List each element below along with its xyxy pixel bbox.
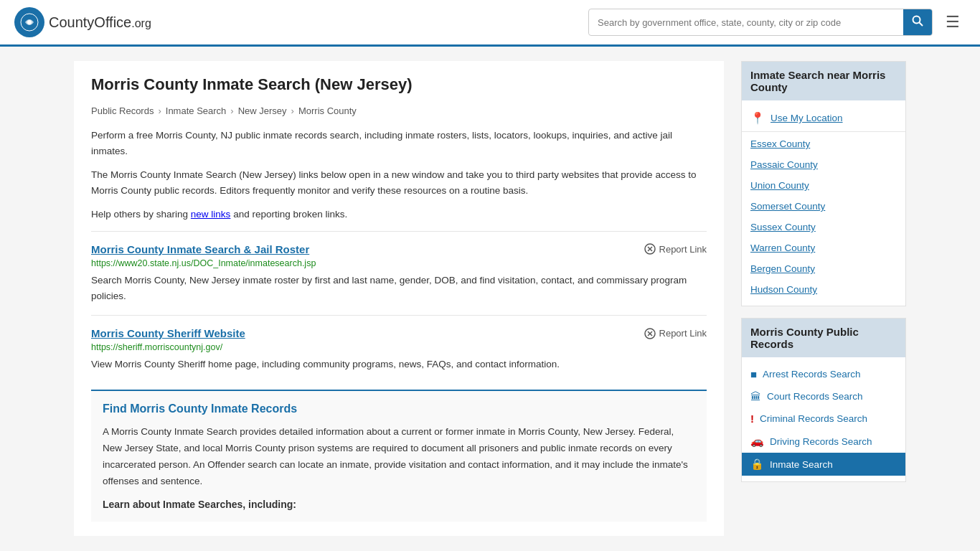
driving-icon: 🚗 — [750, 435, 764, 448]
link-url-2: https://sheriff.morriscountynj.gov/ — [91, 342, 707, 352]
location-icon: 📍 — [750, 111, 765, 125]
svg-point-1 — [27, 20, 32, 24]
intro-text-1: Perform a free Morris County, NJ public … — [91, 128, 707, 159]
logo-icon — [14, 7, 44, 37]
svg-line-3 — [920, 23, 923, 27]
nearby-union[interactable]: Union County — [742, 175, 905, 196]
criminal-icon: ! — [750, 413, 754, 425]
logo-brand: CountyOffice — [49, 14, 131, 30]
new-links-link[interactable]: new links — [191, 209, 231, 220]
header-right: ☰ — [588, 9, 966, 36]
nearby-somerset[interactable]: Somerset County — [742, 196, 905, 217]
logo-area: CountyOffice.org — [14, 7, 151, 37]
logo-text: CountyOffice.org — [49, 14, 151, 31]
nearby-warren[interactable]: Warren County — [742, 237, 905, 258]
find-section: Find Morris County Inmate Records A Morr… — [91, 390, 707, 522]
sidebar: Inmate Search near Morris County 📍 Use M… — [741, 61, 906, 536]
breadcrumb-new-jersey[interactable]: New Jersey — [238, 105, 287, 116]
use-my-location-item[interactable]: 📍 Use My Location — [742, 106, 905, 130]
link-desc-2: View Morris County Sheriff home page, in… — [91, 357, 707, 372]
breadcrumb: Public Records › Inmate Search › New Jer… — [91, 105, 707, 116]
link-header-1: Morris County Inmate Search & Jail Roste… — [91, 243, 707, 255]
breadcrumb-inmate-search[interactable]: Inmate Search — [166, 105, 227, 116]
pr-arrest-records[interactable]: ■ Arrest Records Search — [742, 363, 905, 385]
breadcrumb-public-records[interactable]: Public Records — [91, 105, 154, 116]
breadcrumb-morris-county: Morris County — [298, 105, 357, 116]
link-url-1: https://www20.state.nj.us/DOC_Inmate/inm… — [91, 258, 707, 268]
public-records-header: Morris County Public Records — [742, 319, 905, 357]
page-title: Morris County Inmate Search (New Jersey) — [91, 75, 707, 94]
nearby-hudson[interactable]: Hudson County — [742, 279, 905, 300]
logo-suffix: .org — [131, 17, 151, 29]
nearby-bergen[interactable]: Bergen County — [742, 258, 905, 279]
main-container: Morris County Inmate Search (New Jersey)… — [60, 47, 920, 550]
arrest-icon: ■ — [750, 368, 757, 380]
court-icon: 🏛 — [750, 390, 761, 402]
learn-title: Learn about Inmate Searches, including: — [103, 499, 695, 510]
pr-driving-records[interactable]: 🚗 Driving Records Search — [742, 430, 905, 453]
report-link-button-1[interactable]: Report Link — [644, 243, 707, 255]
svg-point-2 — [913, 17, 920, 24]
intro-text-2: The Morris County Inmate Search (New Jer… — [91, 167, 707, 198]
link-entry-1: Morris County Inmate Search & Jail Roste… — [91, 231, 707, 315]
nearby-essex[interactable]: Essex County — [742, 133, 905, 154]
report-link-button-2[interactable]: Report Link — [644, 328, 707, 339]
public-records-body: ■ Arrest Records Search 🏛 Court Records … — [742, 357, 905, 481]
nearby-header: Inmate Search near Morris County — [742, 62, 905, 100]
pr-criminal-records[interactable]: ! Criminal Records Search — [742, 408, 905, 430]
find-title: Find Morris County Inmate Records — [103, 402, 695, 415]
nearby-body: 📍 Use My Location Essex County Passaic C… — [742, 100, 905, 306]
search-bar — [588, 9, 933, 36]
public-records-section: Morris County Public Records ■ Arrest Re… — [741, 318, 906, 482]
page-header: CountyOffice.org ☰ — [0, 0, 980, 47]
use-my-location-link[interactable]: Use My Location — [771, 113, 843, 123]
link-desc-1: Search Morris County, New Jersey inmate … — [91, 273, 707, 303]
divider — [742, 131, 905, 132]
find-text: A Morris County Inmate Search provides d… — [103, 424, 695, 490]
pr-court-records[interactable]: 🏛 Court Records Search — [742, 385, 905, 408]
link-title-1[interactable]: Morris County Inmate Search & Jail Roste… — [91, 243, 309, 255]
search-button[interactable] — [903, 9, 932, 35]
nearby-section: Inmate Search near Morris County 📍 Use M… — [741, 61, 906, 306]
hamburger-button[interactable]: ☰ — [940, 10, 966, 34]
intro-text-3: Help others by sharing new links and rep… — [91, 207, 707, 222]
content-area: Morris County Inmate Search (New Jersey)… — [74, 61, 724, 536]
link-header-2: Morris County Sheriff Website Report Lin… — [91, 327, 707, 339]
pr-inmate-search[interactable]: 🔒 Inmate Search — [742, 453, 905, 476]
inmate-icon: 🔒 — [750, 458, 764, 471]
nearby-sussex[interactable]: Sussex County — [742, 217, 905, 237]
search-input[interactable] — [589, 11, 903, 34]
link-title-2[interactable]: Morris County Sheriff Website — [91, 327, 245, 339]
link-entry-2: Morris County Sheriff Website Report Lin… — [91, 315, 707, 384]
nearby-passaic[interactable]: Passaic County — [742, 154, 905, 175]
